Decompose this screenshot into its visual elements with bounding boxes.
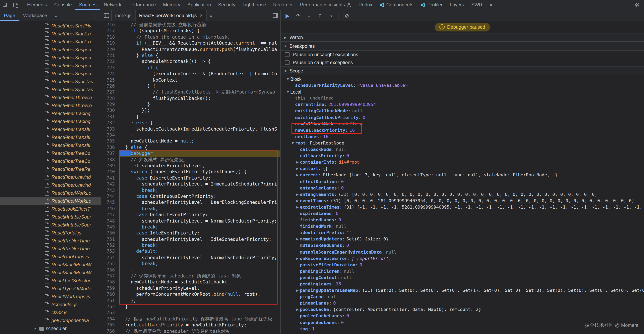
line-number[interactable]: 718 [101, 34, 120, 40]
file-item[interactable]: ReactFiberShellHy [0, 22, 101, 30]
file-item[interactable]: ReactFiberTracing [0, 110, 101, 117]
line-number[interactable]: 735 [101, 138, 120, 145]
tab-memory[interactable]: Memory [160, 0, 184, 10]
tab-application[interactable]: Application [184, 0, 214, 10]
line-number[interactable]: 723 [101, 65, 120, 71]
line-number[interactable]: 760 [101, 291, 120, 298]
more-tabs-chevron[interactable]: » [486, 0, 496, 10]
line-number[interactable]: 734 [101, 132, 120, 138]
line-number[interactable]: 743 [101, 187, 120, 193]
line-number[interactable]: 728 [101, 95, 120, 102]
tab-sources[interactable]: Sources [75, 0, 100, 10]
file-item[interactable]: ReactFiberSuspen [0, 62, 101, 70]
line-number[interactable]: 736 [101, 145, 120, 151]
line-number[interactable]: 753 [101, 249, 120, 255]
expand-arrow-icon[interactable]: ▶ [295, 255, 300, 262]
line-number[interactable]: 744 [101, 193, 120, 200]
file-item[interactable]: ReactStrictModeW [0, 269, 101, 277]
close-tab-icon[interactable]: × [200, 13, 202, 18]
line-number[interactable]: 739 [101, 163, 120, 169]
tab-swr[interactable]: SWR [468, 0, 486, 10]
file-item[interactable]: ReactFiberStack.n [0, 30, 101, 38]
line-number[interactable]: 733 [101, 126, 120, 132]
line-number[interactable]: 741 [101, 175, 120, 181]
step-into-button[interactable]: ↓ [304, 11, 314, 20]
line-number[interactable]: 766 [101, 328, 120, 334]
file-item[interactable]: ReactFiberSyncTas [0, 86, 101, 94]
step-over-button[interactable]: ↷ [294, 11, 303, 20]
expand-arrow-icon[interactable]: ▼ [286, 76, 290, 82]
file-item[interactable]: ReactFiberTransiti [0, 133, 101, 141]
line-number[interactable]: 762 [101, 304, 120, 310]
line-number[interactable]: 725 [101, 77, 120, 83]
line-number[interactable]: 752 [101, 242, 120, 249]
tab-layers[interactable]: Layers [446, 0, 468, 10]
scope-group-local[interactable]: ▼Local [281, 89, 644, 95]
file-item[interactable]: ReactFiberTransiti [0, 141, 101, 149]
file-item[interactable]: ReactProfilerTime [0, 245, 101, 253]
expand-arrow-icon[interactable]: ▶ [295, 191, 300, 198]
line-number[interactable]: 716 [101, 22, 120, 28]
navigator-more-tabs[interactable]: » [51, 10, 62, 21]
scope-entry-containerInfo[interactable]: ▶containerInfo:div#root [281, 159, 644, 166]
expand-arrow-icon[interactable]: ▼ [290, 140, 295, 147]
inspect-icon[interactable] [0, 0, 10, 10]
gear-icon[interactable] [632, 0, 642, 10]
file-item[interactable]: ReactHookEffectT [0, 205, 101, 213]
scope-section-header[interactable]: ▼ Scope [281, 66, 644, 75]
device-toolbar-icon[interactable] [10, 0, 21, 10]
line-number[interactable]: 742 [101, 181, 120, 187]
line-number[interactable]: 747 [101, 212, 120, 218]
tab-network[interactable]: Network [100, 0, 125, 10]
file-item[interactable]: clz32.js [0, 309, 101, 317]
file-item[interactable]: ReactProfilerTime [0, 237, 101, 245]
breakpoints-section-header[interactable]: ▼ Breakpoints [281, 42, 644, 51]
file-item[interactable]: ReactFiberStack.o [0, 38, 101, 46]
expand-arrow-icon[interactable]: ▶ [295, 287, 300, 294]
scope-entry-current[interactable]: ▶current:FiberNode {tag: 3, key: null, e… [281, 172, 644, 178]
line-number[interactable]: 731 [101, 114, 120, 120]
line-number[interactable]: 745 [101, 200, 120, 206]
expand-arrow-icon[interactable]: ▶ [295, 198, 300, 204]
scope-entry-pendingUpdatersLaneMap[interactable]: ▶pendingUpdatersLaneMap:(31) [Set(0), Se… [281, 287, 644, 294]
scope-entry-root[interactable]: ▼root:FiberRootNode [281, 140, 644, 147]
tab-elements[interactable]: Elements [24, 0, 51, 10]
scope-entry-memoizedUpdaters[interactable]: ▶memoizedUpdaters:Set(0) {size: 0} [281, 236, 644, 243]
navigator-tab-page[interactable]: Page [0, 10, 19, 21]
file-item[interactable]: ReactFiberUnwind [0, 181, 101, 189]
tab-security[interactable]: Security [214, 0, 239, 10]
expand-arrow-icon[interactable]: ▶ [295, 307, 300, 313]
line-number[interactable]: 730 [101, 108, 120, 114]
file-item[interactable]: ReactPortal.js [0, 229, 101, 237]
line-number[interactable]: 727 [101, 89, 120, 96]
tab-components[interactable]: Components [376, 0, 417, 10]
toggle-panel-icon[interactable] [270, 10, 280, 21]
file-item[interactable]: ReactFiberTreeRe [0, 165, 101, 173]
editor-more-tabs[interactable]: » [206, 10, 216, 21]
line-number[interactable]: 756 [101, 267, 120, 273]
file-item[interactable]: ReactFiberThrow.n [0, 94, 101, 102]
file-item[interactable]: ReactFiberUnwind [0, 173, 101, 181]
expand-arrow-icon[interactable]: ▶ [295, 204, 300, 211]
expand-arrow-icon[interactable]: ▶ [295, 172, 300, 178]
file-item[interactable]: ReactRootTags.js [0, 253, 101, 261]
step-button[interactable]: → [326, 11, 335, 20]
expand-arrow-icon[interactable]: ▶ [295, 236, 300, 243]
tab-performance[interactable]: Performance [125, 0, 159, 10]
line-number[interactable]: 738 [101, 157, 120, 163]
file-item[interactable]: ReactMutableSour [0, 221, 101, 229]
watch-section-header[interactable]: ▶ Watch [281, 33, 644, 42]
file-item[interactable]: ReactWorkTags.js [0, 293, 101, 301]
file-item[interactable]: ReactFiberTransiti [0, 125, 101, 133]
deactivate-breakpoints-button[interactable]: ⊘ [342, 11, 352, 20]
line-number[interactable]: 755 [101, 261, 120, 267]
resume-button[interactable]: ▶ [283, 11, 292, 20]
line-number[interactable]: 757 [101, 273, 120, 279]
file-item[interactable]: ReactFiberTracing [0, 117, 101, 125]
file-item[interactable]: ReactFiberSyncTas [0, 78, 101, 86]
scope-entry-context[interactable]: ▶context:{} [281, 166, 644, 172]
line-number[interactable]: 764 [101, 316, 120, 322]
kebab-menu-icon[interactable]: ⋮ [89, 12, 101, 18]
scope-entry-entanglements[interactable]: ▶entanglements:(31) [0, 0, 0, 0, 0, 0, 0… [281, 191, 644, 198]
file-item[interactable]: ReactTestSelector [0, 277, 101, 285]
